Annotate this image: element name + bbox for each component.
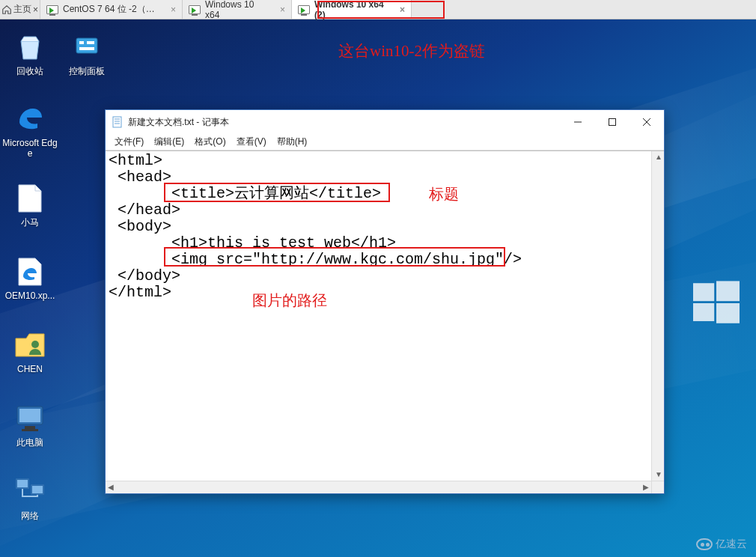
home-label: 主页 — [13, 3, 31, 16]
vm-tab-label: Windows 10 x64 (2) — [314, 0, 391, 20]
svg-point-8 — [31, 341, 39, 348]
desktop-icon-network[interactable]: 网络 — [1, 476, 58, 521]
recycle-bin-icon — [14, 31, 46, 63]
vm-tab-bar: 主页 × CentOS 7 64 位 -2（架构专... × Windows 1… — [0, 0, 756, 19]
notepad-icon — [112, 116, 124, 128]
desktop-icon-edge[interactable]: Microsoft Edge — [1, 103, 58, 159]
desktop-icon-xiaoma[interactable]: 小马 — [1, 183, 58, 228]
notepad-titlebar[interactable]: 新建文本文档.txt - 记事本 — [106, 110, 664, 134]
menu-edit[interactable]: 编辑(E) — [150, 134, 189, 150]
edge-file-icon — [14, 256, 46, 287]
watermark-text: 亿速云 — [716, 538, 747, 551]
notepad-window: 新建文本文档.txt - 记事本 文件(F) 编辑(E) 格式(O) 查看(V)… — [105, 109, 665, 494]
desktop-icon-oem[interactable]: OEM10.xp... — [1, 256, 58, 301]
desktop-icon-control-panel[interactable]: 控制面板 — [58, 31, 115, 76]
tab-close-icon[interactable]: × — [171, 4, 176, 15]
minimize-button[interactable] — [561, 110, 595, 134]
vm-tab-win10-2[interactable]: Windows 10 x64 (2) × — [292, 0, 412, 19]
desktop-icon-this-pc[interactable]: 此电脑 — [1, 403, 58, 448]
menu-help[interactable]: 帮助(H) — [272, 134, 312, 150]
notepad-body: <html> <head> <title>云计算网站</title> </hea… — [106, 150, 664, 493]
home-icon — [1, 4, 12, 15]
svg-rect-4 — [76, 38, 97, 53]
svg-rect-12 — [22, 429, 38, 431]
svg-rect-10 — [19, 409, 40, 422]
vm-tab-win10-1[interactable]: Windows 10 x64 × — [183, 0, 292, 19]
vm-tab-label: CentOS 7 64 位 -2（架构专... — [63, 3, 162, 16]
svg-rect-15 — [17, 480, 28, 487]
vm-icon — [298, 5, 310, 14]
svg-rect-6 — [87, 41, 94, 44]
vm-tab-centos[interactable]: CentOS 7 64 位 -2（架构专... × — [40, 0, 183, 19]
scrollbar-vertical[interactable]: ▲ ▼ — [651, 151, 664, 481]
vm-tab-label: Windows 10 x64 — [205, 0, 271, 20]
close-button[interactable] — [630, 110, 664, 134]
scroll-right-icon: ▶ — [643, 484, 649, 491]
annotation-img-label: 图片的路径 — [252, 290, 327, 311]
watermark-logo-icon — [696, 538, 713, 550]
svg-rect-7 — [79, 47, 94, 50]
annotation-box-title — [164, 183, 390, 202]
menu-file[interactable]: 文件(F) — [110, 134, 148, 150]
folder-user-icon — [14, 329, 46, 361]
svg-rect-17 — [113, 117, 121, 127]
desktop: 这台win10-2作为盗链 回收站 控制面板 Microsoft Edge 小马… — [0, 19, 756, 557]
this-pc-icon — [14, 403, 46, 434]
scroll-left-icon: ◀ — [108, 484, 114, 491]
home-button[interactable]: 主页 × — [0, 0, 40, 19]
file-icon — [14, 183, 46, 214]
notepad-title: 新建文本文档.txt - 记事本 — [128, 116, 229, 129]
watermark: 亿速云 — [696, 538, 747, 551]
scroll-up-icon: ▲ — [655, 153, 662, 161]
scrollbar-horizontal[interactable]: ◀ ▶ — [106, 481, 651, 493]
svg-rect-5 — [79, 41, 84, 44]
annotation-box-img — [164, 247, 505, 267]
network-icon — [14, 476, 46, 508]
annotation-title-label: 标题 — [429, 184, 459, 204]
svg-rect-22 — [609, 119, 616, 126]
tab-close-icon[interactable]: × — [280, 4, 285, 15]
annotation-top: 这台win10-2作为盗链 — [338, 40, 485, 61]
svg-rect-16 — [32, 486, 43, 493]
scroll-down-icon: ▼ — [655, 471, 662, 478]
menu-view[interactable]: 查看(V) — [232, 134, 271, 150]
edge-icon — [14, 103, 46, 135]
desktop-icon-recycle[interactable]: 回收站 — [1, 31, 58, 76]
menu-format[interactable]: 格式(O) — [190, 134, 230, 150]
svg-rect-11 — [25, 426, 35, 429]
vm-icon — [46, 5, 58, 14]
home-close[interactable]: × — [33, 4, 38, 15]
tab-close-icon[interactable]: × — [400, 4, 405, 15]
vm-icon — [189, 5, 201, 14]
control-panel-icon — [71, 31, 103, 63]
notepad-menu: 文件(F) 编辑(E) 格式(O) 查看(V) 帮助(H) — [106, 134, 664, 150]
maximize-button[interactable] — [595, 110, 630, 134]
desktop-icon-chen[interactable]: CHEN — [1, 329, 58, 374]
scroll-corner — [651, 481, 664, 493]
